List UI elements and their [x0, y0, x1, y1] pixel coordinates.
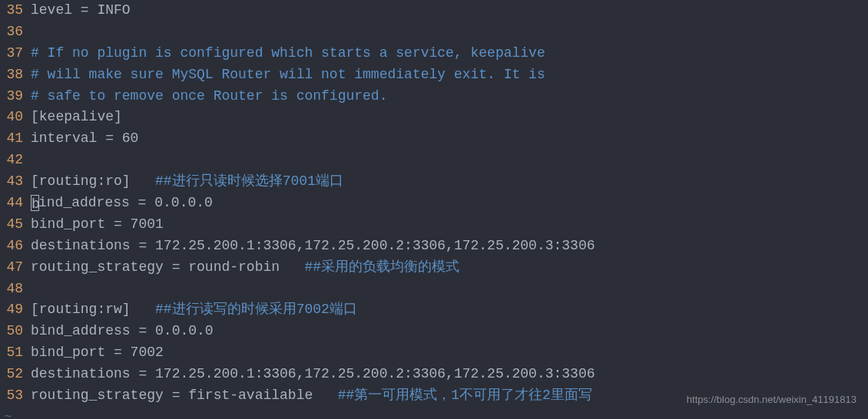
code-line[interactable]: 40[keepalive]: [0, 107, 868, 128]
line-number: 50: [0, 321, 31, 342]
comment-text: ##第一可用模式，1不可用了才往2里面写: [338, 388, 592, 403]
code-text: bind_port = 7002: [31, 345, 164, 360]
watermark-text: https://blog.csdn.net/weixin_41191813: [687, 392, 856, 407]
code-line[interactable]: 43[routing:ro] ##进行只读时候选择7001端口: [0, 171, 868, 193]
line-number: 41: [0, 128, 31, 150]
comment-text: ##进行只读时候选择7001端口: [155, 173, 343, 189]
line-content[interactable]: level = INFO: [31, 0, 131, 21]
code-line[interactable]: 52destinations = 172.25.200.1:3306,172.2…: [0, 364, 868, 385]
line-content[interactable]: bind_address = 0.0.0.0: [31, 193, 213, 214]
code-line[interactable]: 48: [0, 279, 868, 300]
line-content[interactable]: routing_strategy = round-robin ##采用的负载均衡…: [31, 257, 459, 279]
line-content[interactable]: [routing:rw] ##进行读写的时候采用7002端口: [31, 299, 357, 321]
line-content[interactable]: bind_port = 7002: [31, 342, 164, 364]
line-content[interactable]: bind_address = 0.0.0.0: [31, 321, 214, 342]
line-content[interactable]: # safe to remove once Router is configur…: [31, 86, 387, 107]
code-text: [keepalive]: [31, 109, 122, 124]
line-number: 35: [0, 0, 31, 21]
code-line[interactable]: 39# safe to remove once Router is config…: [0, 86, 868, 107]
code-text: destinations = 172.25.200.1:3306,172.25.…: [31, 238, 595, 253]
line-content[interactable]: destinations = 172.25.200.1:3306,172.25.…: [31, 236, 595, 257]
line-number: 52: [0, 364, 31, 385]
comment-text: # will make sure MySQL Router will not i…: [31, 67, 545, 82]
line-number: 47: [0, 257, 31, 279]
line-number: 48: [0, 279, 31, 300]
code-text: routing_strategy = round-robin: [31, 259, 304, 275]
line-content[interactable]: destinations = 172.25.200.1:3306,172.25.…: [31, 364, 595, 385]
code-editor[interactable]: 35level = INFO3637# If no plugin is conf…: [0, 0, 868, 419]
code-line[interactable]: 41interval = 60: [0, 128, 868, 150]
line-number: 45: [0, 214, 31, 236]
code-line[interactable]: 49[routing:rw] ##进行读写的时候采用7002端口: [0, 299, 868, 321]
code-line[interactable]: 47routing_strategy = round-robin ##采用的负载…: [0, 257, 868, 279]
comment-text: ##进行读写的时候采用7002端口: [155, 302, 357, 317]
code-text: bind_port = 7001: [31, 216, 164, 232]
code-text: destinations = 172.25.200.1:3306,172.25.…: [31, 366, 595, 381]
line-number: 38: [0, 64, 31, 86]
code-text: level = INFO: [31, 2, 131, 18]
line-content[interactable]: [keepalive]: [31, 107, 122, 128]
line-content[interactable]: interval = 60: [31, 128, 138, 150]
comment-text: # safe to remove once Router is configur…: [31, 88, 387, 104]
code-line[interactable]: 36: [0, 21, 868, 43]
line-number: 36: [0, 21, 31, 43]
code-text: routing_strategy = first-available: [31, 388, 338, 403]
code-line[interactable]: 44bind_address = 0.0.0.0: [0, 193, 868, 214]
code-line[interactable]: 38# will make sure MySQL Router will not…: [0, 64, 868, 86]
code-text: ind_address = 0.0.0.0: [38, 195, 213, 210]
line-number: 39: [0, 86, 31, 107]
code-line[interactable]: 50bind_address = 0.0.0.0: [0, 321, 868, 342]
line-number: 40: [0, 107, 31, 128]
code-line[interactable]: 46destinations = 172.25.200.1:3306,172.2…: [0, 236, 868, 257]
comment-text: # If no plugin is configured which start…: [31, 45, 545, 61]
line-content[interactable]: # If no plugin is configured which start…: [31, 43, 545, 64]
code-line[interactable]: 37# If no plugin is configured which sta…: [0, 43, 868, 64]
code-line[interactable]: 45bind_port = 7001: [0, 214, 868, 236]
code-line[interactable]: 51bind_port = 7002: [0, 342, 868, 364]
line-number: 42: [0, 150, 31, 171]
cursor: b: [31, 195, 39, 211]
line-content[interactable]: routing_strategy = first-available ##第一可…: [31, 385, 592, 407]
line-number: 44: [0, 193, 31, 214]
comment-text: ##采用的负载均衡的模式: [304, 259, 459, 275]
line-number: 46: [0, 236, 31, 257]
code-line[interactable]: 35level = INFO: [0, 0, 868, 21]
code-text: bind_address = 0.0.0.0: [31, 323, 214, 338]
code-text: [routing:ro]: [31, 173, 155, 189]
code-text: interval = 60: [31, 130, 138, 146]
line-number: 43: [0, 171, 31, 193]
line-content[interactable]: # will make sure MySQL Router will not i…: [31, 64, 545, 86]
line-number: 37: [0, 43, 31, 64]
line-number: 49: [0, 299, 31, 321]
empty-line-marker: ~: [0, 407, 868, 419]
code-line[interactable]: 42: [0, 150, 868, 171]
line-content[interactable]: [routing:ro] ##进行只读时候选择7001端口: [31, 171, 343, 193]
code-text: [routing:rw]: [31, 302, 155, 317]
line-number: 51: [0, 342, 31, 364]
line-content[interactable]: bind_port = 7001: [31, 214, 164, 236]
line-number: 53: [0, 385, 31, 407]
